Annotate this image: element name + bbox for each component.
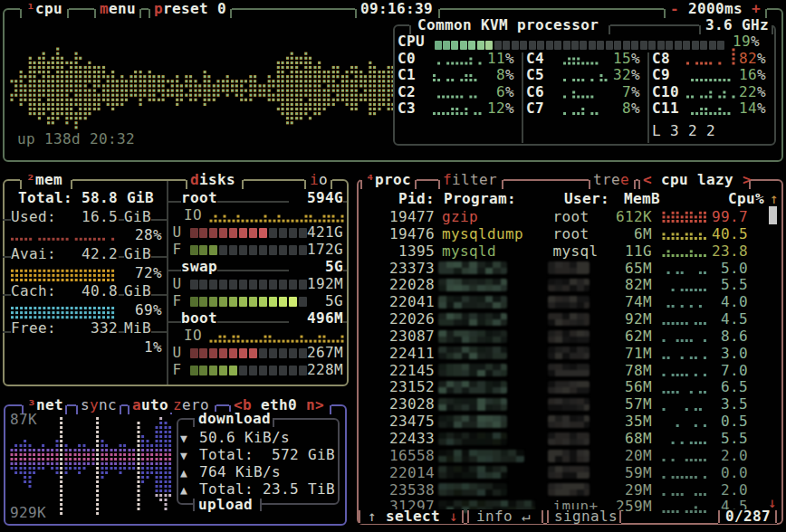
proc-pid: 23475: [355, 414, 435, 429]
proc-program-redacted: [438, 330, 507, 343]
info-label: info: [467, 508, 513, 525]
proc-mem: 92M: [589, 312, 652, 327]
process-row[interactable]: 2214578M7.0: [0, 362, 786, 379]
proc-pid: 23538: [355, 483, 435, 498]
filter-hotkey: f: [438, 171, 452, 188]
proc-pid: 23087: [355, 329, 435, 344]
col-header-cpu[interactable]: Cpu%: [728, 192, 764, 206]
proc-mem: 6M: [589, 227, 652, 242]
proc-program-redacted: [438, 364, 507, 376]
proc-mem: 78M: [589, 364, 652, 378]
process-row[interactable]: 2204174M4.0: [0, 293, 786, 310]
tree-button[interactable]: tree: [589, 173, 636, 187]
sort-next-button[interactable]: >: [743, 171, 752, 188]
sort-column-selector[interactable]: < cpu lazy >: [638, 173, 751, 187]
proc-program-redacted: [438, 381, 507, 394]
process-row[interactable]: 1395mysqldmysql11G23.8: [0, 242, 786, 260]
process-row[interactable]: 2302857M3.5: [0, 396, 786, 413]
proc-pid: 22411: [355, 347, 435, 361]
proc-program: mysqldump: [442, 227, 523, 242]
process-row[interactable]: 2315256M6.5: [0, 379, 786, 396]
proc-cpu-graph: [658, 447, 727, 463]
proc-pid: 23028: [355, 397, 435, 412]
proc-program-redacted: [438, 347, 507, 359]
sort-prev-button[interactable]: <: [638, 171, 652, 188]
proc-user-redacted: [548, 483, 590, 496]
proc-user-redacted: [548, 279, 590, 291]
proc-hotkey: ⁴: [360, 171, 375, 188]
proc-mem: 74M: [589, 295, 652, 309]
proc-pid: 23152: [355, 380, 435, 394]
proc-cpu-graph: [658, 430, 727, 446]
filter-label: ilter: [452, 171, 497, 188]
proc-mem: 68M: [589, 432, 652, 446]
proc-user-redacted: [548, 415, 590, 428]
process-row[interactable]: 2347535M0.5: [0, 413, 786, 430]
proc-program-redacted: [438, 432, 507, 445]
process-row[interactable]: 2243368M5.5: [0, 430, 786, 447]
sort-mode: cpu lazy: [661, 171, 733, 188]
proc-cpu-graph: [658, 260, 727, 276]
proc-program-redacted: [438, 279, 507, 291]
proc-pid: 1395: [355, 244, 435, 259]
proc-cpu-graph: [658, 379, 727, 395]
proc-user-redacted: [548, 381, 590, 394]
process-row[interactable]: 2202692M4.5: [0, 310, 786, 328]
proc-mem: 11G: [589, 244, 652, 259]
proc-cpu-graph: [658, 481, 727, 498]
proc-pid: 22014: [355, 466, 435, 480]
proc-user-redacted: [548, 261, 590, 274]
col-header-mem[interactable]: MemB: [624, 192, 660, 206]
enter-icon: ↵: [522, 508, 531, 525]
proc-cpu-graph: [658, 413, 727, 429]
tree-label: tre: [589, 171, 620, 188]
process-row[interactable]: 2337365M5.0: [0, 260, 786, 277]
proc-pid: 22026: [355, 312, 435, 327]
select-down-icon[interactable]: ↓: [449, 508, 458, 525]
sort-direction-icon[interactable]: ↑: [770, 192, 779, 206]
proc-pid: 23373: [355, 261, 435, 276]
proc-user-redacted: [548, 296, 590, 309]
process-row[interactable]: 19476mysqldumproot6M40.5: [0, 225, 786, 242]
col-header-user[interactable]: User:: [564, 192, 609, 206]
info-button[interactable]: info ↵: [467, 509, 543, 524]
proc-user-redacted: [548, 432, 590, 445]
proc-user-redacted: [548, 398, 590, 411]
process-row[interactable]: 2353829M2.0: [0, 481, 786, 499]
signals-button[interactable]: signals: [547, 509, 621, 524]
proc-cpu-graph: [658, 293, 727, 309]
proc-pid: 22041: [355, 295, 435, 309]
select-button[interactable]: ↑ select ↓: [359, 509, 464, 524]
tree-hotkey: e: [620, 171, 629, 188]
proc-title-label: proc: [375, 171, 411, 188]
filter-button[interactable]: filter: [438, 173, 503, 187]
proc-user-redacted: [548, 364, 590, 376]
proc-program-redacted: [438, 466, 507, 479]
process-row[interactable]: 19477gziproot612K99.7: [0, 208, 786, 225]
proc-program-redacted: [438, 483, 507, 496]
col-header-program[interactable]: Program:: [444, 192, 516, 206]
proc-cpu-graph: [658, 396, 727, 413]
selection-count-value: 0/287: [718, 508, 771, 525]
col-header-pid[interactable]: Pid:: [395, 192, 435, 206]
proc-cpu-graph: [658, 464, 727, 480]
proc-pid: 19477: [355, 210, 435, 224]
proc-mem: 29M: [589, 483, 652, 498]
proc-mem: 57M: [589, 397, 652, 412]
process-row[interactable]: 1655820M2.0: [0, 447, 786, 464]
proc-pid: 22028: [355, 278, 435, 292]
proc-cpu-graph: [658, 208, 727, 224]
process-row[interactable]: 2202882M5.5: [0, 277, 786, 294]
proc-user-redacted: [548, 347, 590, 359]
proc-box-title[interactable]: ⁴proc: [360, 173, 417, 187]
process-row[interactable]: 2241171M3.0: [0, 345, 786, 362]
process-row[interactable]: 2308762M8.6: [0, 328, 786, 345]
proc-program-redacted: [438, 398, 507, 411]
proc-mem: 82M: [589, 278, 652, 292]
proc-mem: 56M: [589, 380, 652, 394]
process-row[interactable]: 2201459M0.0: [0, 464, 786, 481]
proc-user-redacted: [548, 313, 590, 326]
process-table: 19477gziproot612K99.719476mysqldumproot6…: [0, 208, 786, 518]
proc-pid: 22433: [355, 432, 435, 446]
select-up-icon[interactable]: ↑: [359, 508, 377, 525]
